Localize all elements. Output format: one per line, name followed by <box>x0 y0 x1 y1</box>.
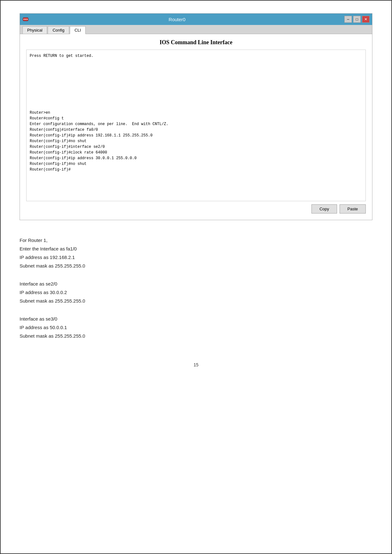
text-line-2-3: Subnet mask as 255.255.255.0 <box>20 297 372 305</box>
text-line-3-1: Interface as se3/0 <box>20 315 372 323</box>
svg-point-3 <box>27 19 28 20</box>
svg-point-1 <box>24 19 25 20</box>
text-line-2-2: IP address as 30.0.0.2 <box>20 288 372 297</box>
window-controls: – □ ✕ <box>344 16 370 23</box>
cli-terminal[interactable]: Press RETURN to get started. Router>en R… <box>26 50 366 201</box>
text-line-3-3: Subnet mask as 255.255.255.0 <box>20 332 372 340</box>
page-text: For Router 1, Enter the Interface as fa1… <box>20 233 372 353</box>
text-line-1-3: IP address as 192.168.2.1 <box>20 253 372 262</box>
text-line-1-1: For Router 1, <box>20 236 372 244</box>
terminal-wrapper: Press RETURN to get started. Router>en R… <box>26 50 366 201</box>
text-block-3: Interface as se3/0 IP address as 50.0.0.… <box>20 315 372 340</box>
text-block-2: Interface as se2/0 IP address as 30.0.0.… <box>20 280 372 305</box>
section-title: IOS Command Line Interface <box>26 39 366 46</box>
router-window: Router0 – □ ✕ Physical Config CLI IOS Co… <box>20 13 372 220</box>
close-button[interactable]: ✕ <box>362 16 370 23</box>
copy-button[interactable]: Copy <box>311 204 337 214</box>
window-body: IOS Command Line Interface Press RETURN … <box>20 34 372 220</box>
text-line-3-2: IP address as 50.0.0.1 <box>20 323 372 332</box>
svg-point-2 <box>25 19 26 20</box>
window-title: Router0 <box>29 17 325 22</box>
titlebar-left <box>22 16 29 22</box>
paste-button[interactable]: Paste <box>340 204 366 214</box>
text-line-1-4: Subnet mask as 255.255.255.0 <box>20 262 372 270</box>
window-tabs: Physical Config CLI <box>20 25 372 34</box>
text-line-2-1: Interface as se2/0 <box>20 280 372 288</box>
cli-actions: Copy Paste <box>26 204 366 215</box>
tab-cli[interactable]: CLI <box>70 26 86 34</box>
minimize-button[interactable]: – <box>344 16 352 23</box>
cli-output: Press RETURN to get started. Router>en R… <box>30 53 362 172</box>
page-content: Router0 – □ ✕ Physical Config CLI IOS Co… <box>20 13 372 367</box>
maximize-button[interactable]: □ <box>353 16 361 23</box>
tab-physical[interactable]: Physical <box>22 26 47 34</box>
text-block-1: For Router 1, Enter the Interface as fa1… <box>20 236 372 270</box>
router-icon <box>22 16 29 22</box>
page-number: 15 <box>20 362 372 367</box>
window-titlebar: Router0 – □ ✕ <box>20 14 372 25</box>
tab-config[interactable]: Config <box>48 26 69 34</box>
text-line-1-2: Enter the Interface as fa1/0 <box>20 244 372 253</box>
